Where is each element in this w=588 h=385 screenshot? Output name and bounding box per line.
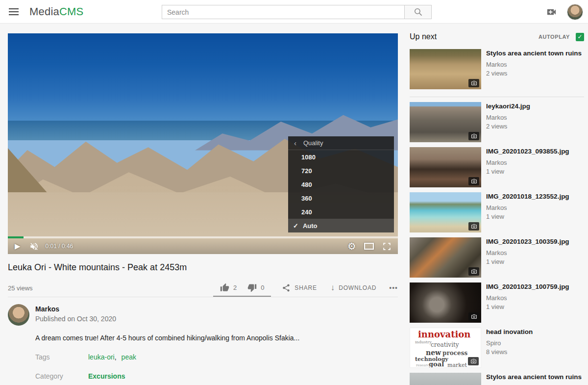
up-next-item[interactable]: IMG_20201023_100759.jpg Markos 1 view <box>410 282 584 323</box>
item-author: Markos <box>486 114 530 121</box>
section-divider <box>8 297 398 297</box>
time-display: 0:01 / 0:46 <box>46 243 74 250</box>
cloud-word: market <box>447 362 467 368</box>
image-type-badge <box>468 312 479 321</box>
quality-menu-title: Quality <box>303 139 323 147</box>
up-next-item[interactable]: Stylos area ancient town ruins <box>410 373 584 385</box>
chevron-left-icon: ‹ <box>294 139 296 147</box>
main-column: ‹ Quality 1080 720 480 360 240 ✓ Auto ▶ … <box>8 33 398 385</box>
camera-icon <box>471 80 477 86</box>
share-label: SHARE <box>294 284 317 291</box>
share-button[interactable]: SHARE <box>282 283 317 292</box>
item-thumbnail <box>410 102 481 142</box>
item-thumbnail <box>410 237 481 278</box>
item-views: 1 view <box>486 213 569 220</box>
sidebar-divider <box>410 97 584 97</box>
fullscreen-button[interactable] <box>383 242 391 251</box>
camera-icon <box>471 178 477 184</box>
item-title: IMG_20201023_100359.jpg <box>486 238 569 246</box>
item-views: 2 views <box>486 70 582 77</box>
up-next-item[interactable]: innovation industry creativity new proce… <box>410 328 584 368</box>
up-next-item[interactable]: IMG_20201018_123552.jpg Markos 1 view <box>410 192 584 232</box>
video-upload-icon <box>546 6 557 18</box>
item-thumbnail: innovation industry creativity new proce… <box>410 328 481 368</box>
item-author: Markos <box>486 61 582 68</box>
tag-link-peak[interactable]: peak <box>122 353 136 361</box>
item-thumbnail <box>410 192 481 232</box>
mute-button[interactable] <box>29 242 39 251</box>
camera-icon <box>470 358 477 364</box>
item-thumbnail <box>410 147 481 187</box>
dislike-button[interactable]: 0 <box>247 283 264 292</box>
search-icon <box>414 7 423 17</box>
quality-menu-back[interactable]: ‹ Quality <box>288 136 394 150</box>
menu-icon[interactable] <box>9 8 19 15</box>
category-row: Category Excursions <box>35 372 398 380</box>
up-next-item[interactable]: IMG_20201023_100359.jpg Markos 1 view <box>410 237 584 278</box>
item-title: Stylos area ancient town ruins <box>486 50 582 58</box>
like-button[interactable]: 2 <box>220 283 237 292</box>
image-type-badge <box>468 267 479 276</box>
category-link[interactable]: Excursions <box>88 372 125 380</box>
tags-row: Tags leuka-ori,peak <box>35 353 398 361</box>
item-thumbnail <box>410 49 481 89</box>
up-next-header: Up next AUTOPLAY ✓ <box>410 29 584 44</box>
settings-button[interactable]: ⚙ <box>347 240 356 252</box>
cloud-word: innovation <box>418 329 470 339</box>
quality-option-1080[interactable]: 1080 <box>288 150 394 164</box>
check-icon: ✓ <box>293 222 298 230</box>
quality-option-720[interactable]: 720 <box>288 164 394 178</box>
item-views: 2 views <box>486 123 530 130</box>
logo[interactable]: MediaCMS <box>29 5 83 18</box>
author-avatar[interactable] <box>8 304 29 326</box>
item-title: head inovation <box>486 328 533 336</box>
play-button[interactable]: ▶ <box>15 242 21 251</box>
quality-option-480[interactable]: 480 <box>288 178 394 191</box>
category-label: Category <box>35 372 88 380</box>
up-next-item[interactable]: IMG_20201023_093855.jpg Markos 1 view <box>410 147 584 187</box>
theater-mode-button[interactable] <box>364 243 374 250</box>
thumbs-down-icon <box>247 283 257 292</box>
fullscreen-icon <box>383 242 391 251</box>
search-input[interactable] <box>162 5 405 19</box>
up-next-title: Up next <box>410 32 539 41</box>
quality-option-240[interactable]: 240 <box>288 205 394 219</box>
tag-link-leuka-ori[interactable]: leuka-ori <box>88 353 115 361</box>
upload-media-button[interactable] <box>546 6 557 18</box>
up-next-item[interactable]: Stylos area ancient town ruins Markos 2 … <box>410 49 584 89</box>
image-type-badge <box>468 79 479 87</box>
autoplay-checkbox[interactable]: ✓ <box>576 33 584 41</box>
share-icon <box>282 283 291 292</box>
check-icon: ✓ <box>577 33 582 40</box>
logo-cms: CMS <box>59 5 84 18</box>
item-thumbnail <box>410 282 481 323</box>
autoplay-label: AUTOPLAY <box>539 34 570 40</box>
item-title: leykaori24.jpg <box>486 103 530 111</box>
user-avatar[interactable] <box>567 4 583 20</box>
video-player[interactable]: ‹ Quality 1080 720 480 360 240 ✓ Auto ▶ … <box>8 33 398 254</box>
item-title: IMG_20201023_100759.jpg <box>486 283 569 291</box>
quality-menu: ‹ Quality 1080 720 480 360 240 ✓ Auto <box>288 136 394 232</box>
more-options-button[interactable]: ••• <box>389 284 398 292</box>
up-next-item[interactable]: leykaori24.jpg Markos 2 views <box>410 102 584 142</box>
meta-row: 25 views 2 0 SHARE ↓ DOWNLOAD ••• <box>8 279 398 297</box>
item-title: IMG_20201023_093855.jpg <box>486 148 569 156</box>
cloud-word: creativity <box>431 341 459 348</box>
quality-option-360[interactable]: 360 <box>288 191 394 205</box>
top-bar: MediaCMS <box>0 0 588 24</box>
up-next-sidebar: Up next AUTOPLAY ✓ Stylos area ancient t… <box>410 29 584 385</box>
download-button[interactable]: ↓ DOWNLOAD <box>331 283 377 293</box>
action-buttons: 2 0 SHARE ↓ DOWNLOAD ••• <box>213 279 398 297</box>
cloud-word: industry <box>415 340 432 344</box>
search-button[interactable] <box>405 5 432 19</box>
camera-icon <box>471 268 477 275</box>
download-icon: ↓ <box>331 283 335 293</box>
quality-option-auto[interactable]: ✓ Auto <box>288 219 394 232</box>
video-description: A dream comes true! After 4-5 hours of c… <box>35 334 398 342</box>
logo-media: Media <box>29 5 59 18</box>
author-name[interactable]: Markos <box>35 305 116 313</box>
item-title: Stylos area ancient town ruins <box>486 373 582 382</box>
download-label: DOWNLOAD <box>339 284 376 291</box>
item-views: 8 views <box>486 348 533 356</box>
search-bar <box>162 5 432 19</box>
